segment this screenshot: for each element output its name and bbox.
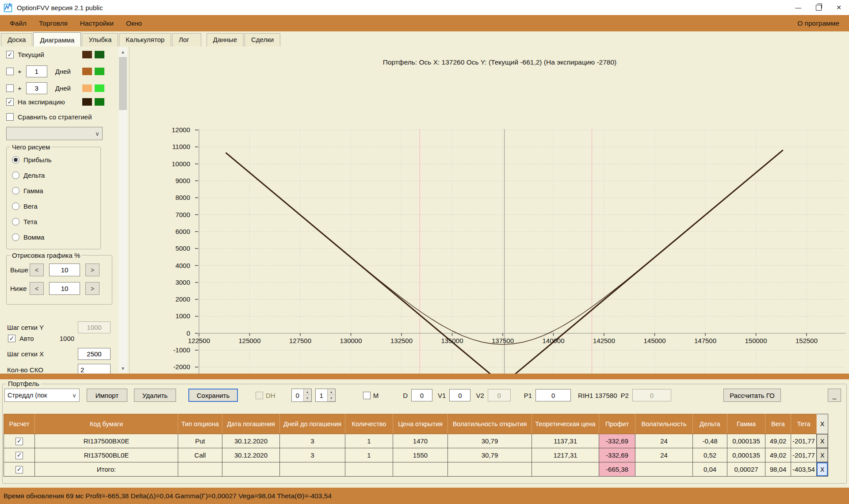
sko-count-row: Кол-во СКО: [7, 364, 111, 374]
vega-radio[interactable]: [12, 202, 19, 210]
diagram-page: ✓ Текущий ✓ + Дней ✓ + Дней ✓: [0, 46, 849, 374]
plus3-color-swatch-2: [95, 84, 104, 92]
tab-diagramma[interactable]: Диаграмма: [33, 32, 81, 47]
plus3-checkbox[interactable]: ✓: [6, 84, 14, 92]
v1-label: V1: [438, 392, 446, 399]
d-label: D: [403, 392, 408, 399]
dh-spinner-1[interactable]: 0 ▲▼: [291, 389, 312, 402]
close-button[interactable]: ✕: [829, 0, 849, 15]
tab-doska[interactable]: Доска: [1, 33, 32, 46]
calc-go-button[interactable]: Рассчитать ГО: [723, 389, 781, 402]
profit-radio[interactable]: [12, 156, 19, 164]
compare-strategy-checkbox[interactable]: ✓: [6, 113, 14, 121]
tab-log[interactable]: Лог: [172, 33, 201, 46]
x-tick-label: 125000: [230, 337, 270, 344]
v2-field: 0: [488, 389, 511, 401]
spin-up-icon: ▲: [328, 389, 335, 395]
plus-sign: +: [18, 84, 22, 92]
plus1-checkbox[interactable]: ✓: [6, 68, 14, 75]
x-tick-label: 142500: [584, 337, 624, 344]
tab-sdelki[interactable]: Сделки: [245, 33, 280, 46]
strategy-select[interactable]: ∨: [6, 127, 103, 140]
expiration-color-swatch-1: [82, 98, 92, 106]
restore-button[interactable]: [808, 0, 829, 15]
scroll-up-icon[interactable]: ▲: [119, 47, 127, 56]
sidebar-scrollbar[interactable]: ▲ ▼: [119, 47, 127, 373]
plus1-days-input[interactable]: [26, 65, 47, 77]
above-percent-input[interactable]: [49, 263, 80, 276]
scroll-down-icon[interactable]: ▼: [119, 364, 127, 373]
sko-count-input[interactable]: [78, 364, 111, 374]
delete-button[interactable]: Удалить: [134, 389, 176, 402]
render-percent-group: Отрисовка графика % Выше < > Ниже < >: [6, 255, 112, 305]
p1-field[interactable]: 0: [535, 389, 571, 401]
grid-step-x-input[interactable]: [78, 348, 111, 360]
auto-row: ✓ Авто 1000: [8, 335, 74, 342]
plus1-color-swatch-1: [82, 68, 92, 75]
above-decrease-button[interactable]: <: [30, 263, 44, 276]
series-current-row: ✓ Текущий: [6, 51, 44, 58]
strategy-combo[interactable]: Стреддл (пок ∨: [4, 389, 80, 402]
table-row-call: ✓ RI137500BL0E Call 30.12.2020 3 1 1550 …: [4, 448, 828, 462]
days-label: Дней: [55, 68, 71, 75]
theta-radio[interactable]: [12, 218, 19, 225]
x-tick-label: 127500: [280, 337, 320, 344]
compare-strategy-row: ✓ Сравнить со стратегией: [6, 113, 92, 121]
panel-divider: [0, 374, 849, 379]
minimize-panel-button[interactable]: _: [828, 389, 841, 402]
current-label: Текущий: [18, 51, 44, 58]
tab-dannye[interactable]: Данные: [207, 33, 244, 46]
days-label: Дней: [55, 84, 71, 92]
below-percent-input[interactable]: [49, 282, 80, 295]
menu-about[interactable]: О программе: [797, 19, 849, 27]
m-checkbox[interactable]: ✓: [363, 392, 371, 399]
vomma-radio[interactable]: [12, 233, 19, 241]
p1-label: P1: [524, 392, 532, 399]
plus3-days-input[interactable]: [26, 82, 47, 94]
draw-what-group: Чего рисуем Прибыль Дельта Гамма Вега Те…: [6, 147, 101, 249]
x-tick-label: 145000: [635, 337, 675, 344]
delta-radio[interactable]: [12, 172, 19, 179]
row-remove-button[interactable]: X: [817, 462, 828, 476]
table-row-put: ✓ RI137500BX0E Put 30.12.2020 3 1 1470 3…: [4, 434, 828, 448]
series-expiration-row: ✓ На экспирацию: [6, 98, 65, 106]
menu-trading[interactable]: Торговля: [33, 16, 74, 31]
dh-label: DH: [266, 392, 275, 399]
menu-file[interactable]: Файл: [4, 16, 33, 31]
below-increase-button[interactable]: >: [85, 282, 99, 295]
expiration-checkbox[interactable]: ✓: [6, 98, 14, 106]
auto-checkbox[interactable]: ✓: [8, 335, 15, 342]
scrollbar-thumb[interactable]: [119, 57, 127, 110]
m-label: M: [373, 392, 379, 399]
rih1-label: RIH1 137580: [578, 392, 617, 399]
portfolio-controls: Стреддл (пок ∨ Импорт Удалить Сохранить …: [4, 388, 845, 402]
series-plus1-row: ✓ + Дней: [6, 65, 71, 77]
app-icon: [4, 3, 13, 12]
menu-settings[interactable]: Настройки: [74, 16, 120, 31]
gamma-radio[interactable]: [12, 187, 19, 195]
y-tick-label: 5000: [153, 244, 190, 252]
above-increase-button[interactable]: >: [85, 263, 99, 276]
row-calc-checkbox[interactable]: ✓: [15, 438, 23, 445]
import-button[interactable]: Импорт: [87, 389, 127, 402]
below-decrease-button[interactable]: <: [30, 282, 44, 295]
close-icon: ✕: [836, 4, 841, 11]
row-remove-button[interactable]: X: [817, 448, 828, 462]
row-remove-button[interactable]: X: [817, 434, 828, 448]
d-field[interactable]: 0: [411, 389, 432, 401]
spin-down-icon: ▼: [328, 395, 335, 401]
tab-ulybka[interactable]: Улыбка: [82, 33, 118, 46]
row-calc-checkbox[interactable]: ✓: [15, 466, 23, 473]
minimize-button[interactable]: —: [788, 0, 808, 15]
radio-vega-row: Вега: [12, 202, 38, 210]
title-bar: OptionFVV версия 2.1 public — ✕: [0, 0, 849, 15]
y-tick-label: 8000: [153, 194, 190, 201]
tab-kalkulyator[interactable]: Калькулятор: [119, 33, 171, 46]
row-calc-checkbox[interactable]: ✓: [15, 452, 23, 459]
save-button[interactable]: Сохранить: [188, 389, 238, 402]
menu-window[interactable]: Окно: [120, 16, 148, 31]
v1-field[interactable]: 0: [449, 389, 470, 401]
current-checkbox[interactable]: ✓: [6, 51, 14, 58]
payoff-chart-area: Портфель: Ось X: 137260 Ось Y: (Текущий …: [130, 46, 849, 374]
dh-spinner-2[interactable]: 1 ▲▼: [315, 389, 336, 402]
